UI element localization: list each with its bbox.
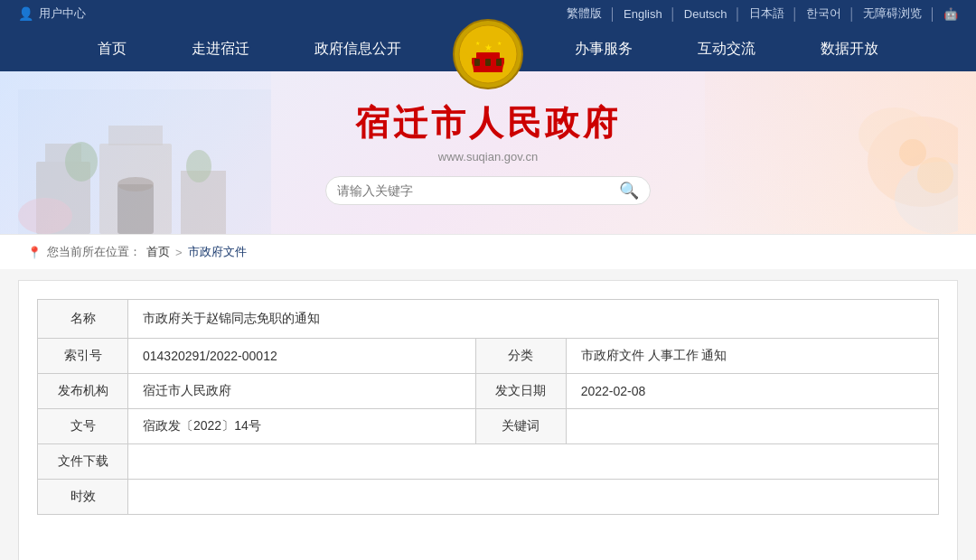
name-value: 市政府关于赵锦同志免职的通知 [128, 300, 939, 339]
svg-point-27 [917, 157, 953, 193]
breadcrumb-home[interactable]: 首页 [146, 244, 170, 260]
index-label: 索引号 [38, 339, 128, 374]
keywords-value [566, 409, 938, 444]
breadcrumb-prefix: 您当前所在位置： [47, 244, 141, 260]
doc-main-title: 市政府关于赵锦同志免职的通知 [37, 542, 939, 560]
nav-wrapper: ★ ★ ★ 首页 走进宿迁 政府信息公开 办事服务 互动交流 数据开放 [0, 27, 976, 71]
download-value [128, 444, 939, 480]
svg-point-19 [117, 177, 154, 191]
svg-point-22 [18, 198, 72, 234]
document-info-table: 名称 市政府关于赵锦同志免职的通知 索引号 014320291/2022-000… [37, 299, 939, 515]
language-bar: 繁體版 │ English │ Deutsch │ 日本語 │ 한국어 │ 无障… [567, 5, 958, 22]
user-icon: 👤 [18, 6, 33, 21]
breadcrumb-sep: > [175, 246, 183, 259]
svg-point-21 [186, 150, 211, 182]
index-value: 014320291/2022-00012 [128, 339, 476, 374]
robot-icon: 🤖 [943, 7, 958, 21]
category-value: 市政府文件 人事工作 通知 [566, 339, 938, 374]
header-banner: 宿迁市人民政府 www.suqian.gov.cn 🔍 [0, 71, 976, 234]
name-label: 名称 [38, 300, 128, 339]
category-label: 分类 [475, 339, 566, 374]
table-row-name: 名称 市政府关于赵锦同志免职的通知 [38, 300, 939, 339]
banner-illustration-left [18, 89, 271, 234]
issuer-label: 发布机构 [38, 374, 128, 409]
table-row-download: 文件下载 [38, 444, 939, 480]
site-title: 宿迁市人民政府 [355, 100, 621, 146]
search-bar: 🔍 [325, 176, 651, 205]
nav-info[interactable]: 政府信息公开 [282, 27, 434, 71]
validity-value [128, 480, 939, 515]
docnum-label: 文号 [38, 409, 128, 444]
docnum-value: 宿政发〔2022〕14号 [128, 409, 476, 444]
lang-trad[interactable]: 繁體版 [567, 5, 602, 22]
table-row-docnum: 文号 宿政发〔2022〕14号 关键词 [38, 409, 939, 444]
nav-about[interactable]: 走进宿迁 [159, 27, 282, 71]
date-label: 发文日期 [475, 374, 566, 409]
search-input[interactable] [337, 183, 619, 198]
svg-point-26 [899, 139, 926, 166]
banner-illustration-right [759, 89, 958, 234]
svg-rect-16 [108, 126, 163, 145]
svg-point-20 [65, 142, 98, 182]
main-nav: 首页 走进宿迁 政府信息公开 办事服务 互动交流 数据开放 [0, 27, 976, 71]
svg-rect-18 [117, 184, 154, 234]
lang-ko[interactable]: 한국어 [806, 5, 841, 22]
lang-ja[interactable]: 日本語 [749, 5, 784, 22]
nav-service[interactable]: 办事服务 [542, 27, 665, 71]
nav-data[interactable]: 数据开放 [788, 27, 911, 71]
site-url: www.suqian.gov.cn [438, 150, 538, 163]
table-row-issuer: 发布机构 宿迁市人民政府 发文日期 2022-02-08 [38, 374, 939, 409]
table-row-validity: 时效 [38, 480, 939, 515]
date-value: 2022-02-08 [566, 374, 938, 409]
lang-de[interactable]: Deutsch [684, 7, 727, 21]
nav-interact[interactable]: 互动交流 [665, 27, 788, 71]
lang-en[interactable]: English [624, 7, 662, 21]
issuer-value: 宿迁市人民政府 [128, 374, 476, 409]
nav-home[interactable]: 首页 [65, 27, 159, 71]
breadcrumb-bar: 📍 您当前所在位置： 首页 > 市政府文件 [0, 234, 976, 269]
table-row-index: 索引号 014320291/2022-00012 分类 市政府文件 人事工作 通… [38, 339, 939, 374]
user-center-area[interactable]: 👤 用户中心 [18, 5, 86, 22]
user-center-label[interactable]: 用户中心 [39, 5, 86, 22]
validity-label: 时效 [38, 480, 128, 515]
download-label: 文件下载 [38, 444, 128, 480]
keywords-label: 关键词 [475, 409, 566, 444]
search-button[interactable]: 🔍 [619, 181, 639, 201]
main-content: 名称 市政府关于赵锦同志免职的通知 索引号 014320291/2022-000… [18, 280, 958, 560]
location-icon: 📍 [27, 246, 42, 259]
top-bar: 👤 用户中心 繁體版 │ English │ Deutsch │ 日本語 │ 한… [0, 0, 976, 27]
accessibility-link[interactable]: 无障碍浏览 [863, 5, 922, 22]
breadcrumb-current: 市政府文件 [188, 244, 247, 260]
